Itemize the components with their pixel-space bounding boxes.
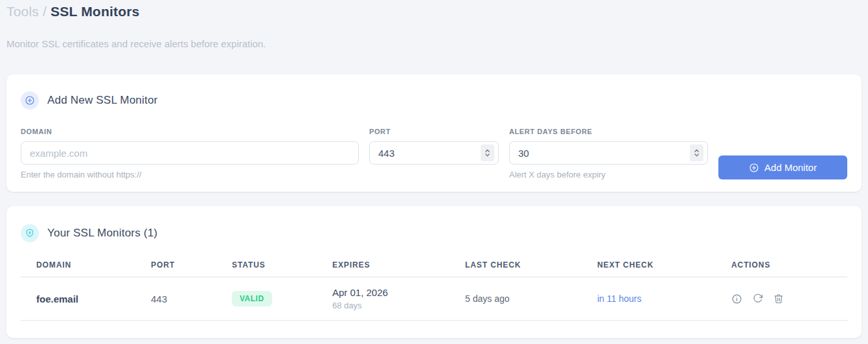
col-header-status: STATUS [216, 260, 317, 269]
plus-circle-icon [749, 163, 759, 173]
table-row: foe.email 443 VALID Apr 01, 2026 68 days… [21, 277, 847, 321]
monitor-actions [716, 293, 847, 304]
page-title: SSL Monitors [51, 4, 139, 19]
info-icon[interactable] [731, 293, 742, 304]
plus-circle-icon [21, 91, 39, 109]
monitor-domain: foe.email [21, 293, 135, 304]
col-header-domain: DOMAIN [21, 260, 135, 269]
expires-days-remaining: 68 days [332, 301, 450, 310]
table-header-row: DOMAIN PORT STATUS EXPIRES LAST CHECK NE… [21, 260, 847, 277]
domain-field-group: DOMAIN Enter the domain without https:// [21, 128, 359, 179]
add-monitor-button-label: Add Monitor [764, 162, 817, 173]
monitor-last-check: 5 days ago [450, 293, 582, 304]
monitor-expires-cell: Apr 01, 2026 68 days [317, 287, 450, 310]
add-monitor-form: DOMAIN Enter the domain without https://… [21, 128, 847, 179]
add-monitor-card: Add New SSL Monitor DOMAIN Enter the dom… [6, 75, 862, 192]
expires-date: Apr 01, 2026 [332, 287, 450, 298]
domain-input[interactable] [21, 141, 359, 165]
breadcrumb: Tools/SSL Monitors [6, 4, 139, 19]
alert-days-stepper[interactable] [690, 144, 703, 161]
add-monitor-header: Add New SSL Monitor [21, 91, 847, 109]
breadcrumb-parent[interactable]: Tools [6, 4, 39, 19]
add-monitor-button[interactable]: Add Monitor [718, 155, 847, 179]
port-field-group: PORT [369, 128, 499, 165]
monitor-next-check: in 11 hours [582, 293, 716, 304]
col-header-port: PORT [135, 260, 216, 269]
refresh-icon[interactable] [753, 293, 763, 304]
add-monitor-title: Add New SSL Monitor [47, 94, 157, 107]
col-header-last-check: LAST CHECK [450, 260, 582, 269]
alert-days-field-group: ALERT DAYS BEFORE Alert X days before ex… [509, 128, 708, 179]
status-badge: VALID [232, 291, 272, 306]
port-stepper[interactable] [481, 144, 494, 161]
monitors-card: Your SSL Monitors (1) DOMAIN PORT STATUS… [6, 206, 862, 338]
alert-days-helper: Alert X days before expiry [509, 170, 708, 179]
port-label: PORT [369, 128, 499, 135]
col-header-actions: ACTIONS [716, 260, 847, 269]
port-input[interactable] [369, 141, 499, 165]
alert-days-input[interactable] [509, 141, 708, 165]
monitors-header: Your SSL Monitors (1) [21, 224, 847, 242]
domain-helper: Enter the domain without https:// [21, 170, 359, 179]
domain-label: DOMAIN [21, 128, 359, 135]
page-subtitle: Monitor SSL certificates and receive ale… [6, 38, 266, 49]
monitor-port: 443 [135, 293, 216, 304]
col-header-expires: EXPIRES [317, 260, 450, 269]
breadcrumb-separator: / [43, 4, 47, 19]
monitors-title: Your SSL Monitors (1) [47, 227, 157, 240]
shield-icon [21, 224, 39, 242]
alert-days-label: ALERT DAYS BEFORE [509, 128, 708, 135]
trash-icon[interactable] [773, 293, 784, 304]
monitor-status-cell: VALID [216, 291, 317, 306]
col-header-next-check: NEXT CHECK [582, 260, 716, 269]
monitors-table: DOMAIN PORT STATUS EXPIRES LAST CHECK NE… [21, 260, 847, 321]
